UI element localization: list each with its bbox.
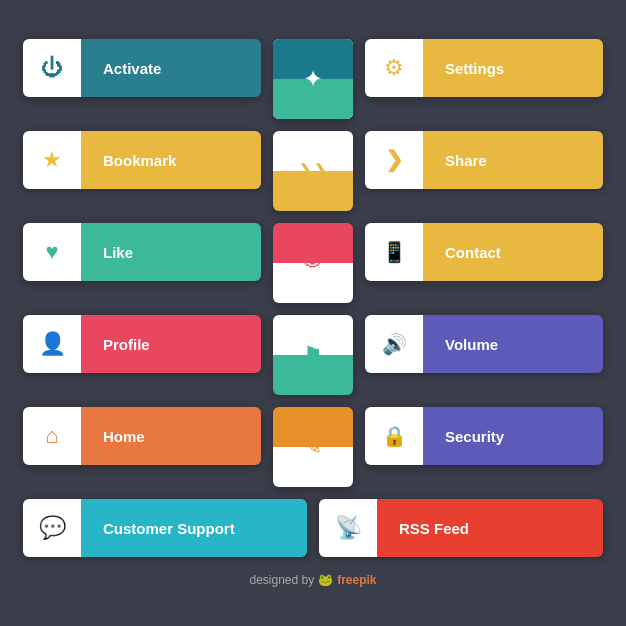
home-label: Home [103, 428, 145, 445]
flag-icon: ⚑ [303, 342, 323, 368]
rss-feed-button[interactable]: 📡 RSS Feed [319, 499, 603, 557]
activate-button[interactable]: ⏻ Activate [23, 39, 261, 97]
edit-icon: ✎ [305, 435, 322, 459]
activate-label: Activate [103, 60, 161, 77]
bookmark-label: Bookmark [103, 152, 176, 169]
lock-icon: 🔒 [382, 424, 407, 448]
settings-button[interactable]: ⚙ Settings [365, 39, 603, 97]
volume-button[interactable]: 🔊 Volume [365, 315, 603, 373]
brand-name: freepik [337, 573, 376, 587]
home-icon: ⌂ [45, 423, 58, 449]
contact-label: Contact [445, 244, 501, 261]
rss-feed-label: RSS Feed [399, 520, 469, 537]
gear-icon: ⚙ [384, 55, 404, 81]
sparkle-icon: ✦ [303, 65, 323, 93]
contact-button[interactable]: 📱 Contact [365, 223, 603, 281]
customer-support-button[interactable]: 💬 Customer Support [23, 499, 307, 557]
like-button[interactable]: ♥ Like [23, 223, 261, 281]
profile-icon: 👤 [39, 331, 66, 357]
center-card-3: 👁 [273, 223, 353, 303]
share-label: Share [445, 152, 487, 169]
eye-icon: 👁 [302, 250, 324, 276]
bookmark-button[interactable]: ★ Bookmark [23, 131, 261, 189]
security-label: Security [445, 428, 504, 445]
center-card-1: ✦ [273, 39, 353, 119]
freepik-logo: 🐸 [318, 573, 333, 587]
star-icon: ★ [42, 147, 62, 173]
volume-icon: 🔊 [382, 332, 407, 356]
power-icon: ⏻ [41, 55, 63, 81]
rss-icon: 📡 [335, 515, 362, 541]
center-card-5: ✎ [273, 407, 353, 487]
like-label: Like [103, 244, 133, 261]
chevrons-icon: ❯❯ [298, 160, 328, 182]
home-button[interactable]: ⌂ Home [23, 407, 261, 465]
security-button[interactable]: 🔒 Security [365, 407, 603, 465]
settings-label: Settings [445, 60, 504, 77]
share-icon: ❯ [385, 147, 403, 173]
center-card-4: ⚑ [273, 315, 353, 395]
footer: designed by 🐸 freepik [249, 573, 376, 587]
chat-icon: 💬 [39, 515, 66, 541]
heart-icon: ♥ [45, 239, 58, 265]
mobile-icon: 📱 [382, 240, 407, 264]
profile-button[interactable]: 👤 Profile [23, 315, 261, 373]
share-button[interactable]: ❯ Share [365, 131, 603, 189]
center-card-2: ❯❯ [273, 131, 353, 211]
footer-text: designed by [249, 573, 314, 587]
volume-label: Volume [445, 336, 498, 353]
profile-label: Profile [103, 336, 150, 353]
customer-support-label: Customer Support [103, 520, 235, 537]
bottom-row: 💬 Customer Support 📡 RSS Feed [23, 499, 603, 557]
